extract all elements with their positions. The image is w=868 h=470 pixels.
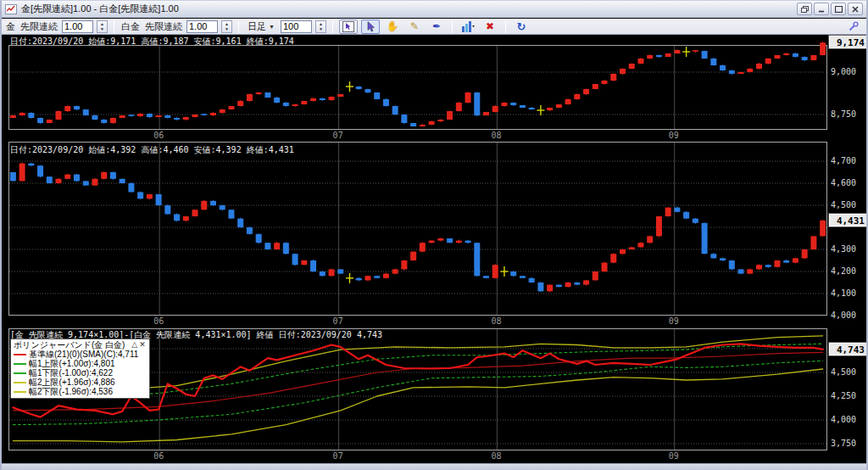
gold-ratio-input[interactable] — [62, 20, 93, 33]
legend-close-icon[interactable]: ✕ — [139, 340, 146, 350]
x-axis-month-label: 06 — [153, 131, 164, 140]
indicator-chart-button[interactable] — [459, 20, 477, 34]
y-axis-label: 8,750 — [831, 109, 856, 119]
x-axis-month-label: 08 — [491, 131, 501, 140]
period-label: 日足 — [248, 20, 266, 33]
x-axis-month-label: 09 — [669, 131, 679, 140]
legend-row-label: 幅2上限(+1.96σ):4,886 — [29, 378, 115, 387]
gold-x-axis: 06070809 — [3, 130, 827, 142]
bollinger-legend: ボリンジャーバンド(金 白金) △ ✕ 基準線(21)(0)(SMA)(C):4… — [10, 339, 150, 399]
legend-row: 幅1下限(-1.00σ):4,622 — [14, 368, 146, 378]
legend-collapse-icon[interactable]: △ — [131, 340, 137, 350]
legend-row-label: 幅1下限(-1.00σ):4,622 — [29, 368, 113, 378]
app-icon — [5, 4, 17, 14]
legend-row-label: 幅2下限(-1.96σ):4,536 — [29, 387, 113, 396]
x-axis-month-label: 06 — [153, 451, 164, 461]
legend-line-swatch — [14, 354, 26, 355]
spread-x-axis: 06070809 — [3, 450, 827, 462]
y-axis-label: 4,250 — [831, 391, 856, 400]
legend-line-swatch — [14, 372, 26, 374]
x-axis-month-label: 08 — [491, 451, 501, 461]
hand-tool-button[interactable]: ✋ — [383, 20, 402, 34]
cursor-tool-button[interactable] — [361, 20, 380, 34]
gold-series-label: 先限連続 — [19, 20, 58, 33]
close-button[interactable] — [848, 3, 863, 15]
platinum-candle-chart[interactable] — [3, 142, 868, 316]
pencil-tool-button[interactable]: ✎ — [405, 20, 424, 34]
settings-wrench-icon[interactable] — [844, 20, 863, 34]
period-dropdown[interactable]: 日足 ▼ — [245, 20, 277, 33]
legend-row: 幅2上限(+1.96σ):4,886 — [14, 378, 146, 387]
y-axis-label: 4,000 — [831, 311, 856, 320]
pen-tool-button[interactable]: ✒ — [427, 20, 446, 34]
gold-candle-chart[interactable] — [3, 35, 868, 130]
legend-title: ボリンジャーバンド(金 白金) — [14, 340, 125, 350]
x-axis-month-label: 07 — [333, 316, 343, 326]
crosshair-tool-button[interactable] — [339, 20, 358, 34]
toolbar-separator — [505, 20, 506, 33]
y-axis-label: 4,000 — [831, 415, 856, 424]
y-axis-label: 4,300 — [831, 244, 856, 254]
y-axis-label: 9,000 — [831, 67, 856, 76]
candles — [10, 42, 826, 126]
float-window-button[interactable] — [797, 3, 812, 15]
toolbar: 金 先限連続 ▲▼ 白金 先限連続 ▲▼ 日足 ▼ ▲▼ ✋ ✎ ✒ ✖ ↻ — [2, 19, 866, 35]
gold-ratio-spinner[interactable]: ▲▼ — [97, 20, 108, 33]
toolbar-separator — [452, 20, 453, 33]
plat-ratio-input[interactable] — [186, 20, 218, 33]
legend-row-label: 幅1上限(+1.00σ):4,801 — [29, 359, 115, 368]
gold-last-price-badge: 9,174 — [829, 36, 868, 48]
toolbar-separator — [114, 20, 114, 33]
legend-row-label: 基準線(21)(0)(SMA)(C):4,711 — [29, 350, 138, 359]
legend-row: 幅1上限(+1.00σ):4,801 — [14, 359, 146, 368]
refresh-button[interactable]: ↻ — [512, 20, 531, 34]
chart-window: 金[先限連続]1.00 - 白金[先限連続]1.00 金 先限連続 ▲▼ 白金 … — [0, 0, 868, 470]
legend-row: 基準線(21)(0)(SMA)(C):4,711 — [14, 350, 146, 359]
plat-ratio-spinner[interactable]: ▲▼ — [221, 20, 232, 33]
gold-symbol-label: 金 — [5, 20, 16, 33]
x-axis-month-label: 07 — [333, 131, 343, 140]
chevron-down-icon: ▼ — [269, 24, 275, 30]
legend-row: 幅2下限(-1.96σ):4,536 — [14, 387, 146, 396]
minimize-button[interactable] — [814, 3, 829, 15]
x-axis-month-label: 09 — [669, 451, 679, 461]
legend-line-swatch — [14, 391, 26, 393]
y-axis-label: 4,200 — [831, 266, 856, 276]
gold-info-line: 日付:2023/09/20 始値:9,171 高値:9,187 安値:9,161… — [10, 36, 294, 48]
platinum-x-axis: 06070809 — [3, 316, 827, 327]
x-axis-month-label: 06 — [153, 316, 164, 326]
candles — [10, 163, 826, 293]
plat-last-price-badge: 4,431 — [829, 214, 868, 227]
delete-indicator-button[interactable]: ✖ — [481, 20, 499, 34]
x-axis-month-label: 08 — [491, 316, 501, 326]
platinum-info-line: 日付:2023/09/20 始値:4,392 高値:4,460 安値:4,392… — [10, 144, 294, 156]
y-axis-label: 4,700 — [831, 156, 856, 165]
legend-line-swatch — [14, 363, 26, 365]
title-bar[interactable]: 金[先限連続]1.00 - 白金[先限連続]1.00 — [2, 1, 866, 18]
window-bottom-border — [2, 463, 866, 470]
y-axis-label: 4,500 — [831, 200, 856, 210]
price-axis-column: 9,0008,7509,1744,7004,6004,5004,3004,200… — [829, 35, 868, 464]
legend-line-swatch — [14, 382, 26, 383]
bar-count-input[interactable] — [281, 20, 312, 33]
plat-series-label: 先限連続 — [144, 20, 183, 33]
toolbar-separator — [238, 20, 239, 33]
chart-region: 日付:2023/09/20 始値:9,171 高値:9,187 安値:9,161… — [3, 35, 868, 464]
y-axis-label: 3,750 — [831, 439, 856, 448]
x-axis-month-label: 09 — [669, 316, 679, 326]
window-title: 金[先限連続]1.00 - 白金[先限連続]1.00 — [21, 3, 793, 15]
x-axis-month-label: 07 — [333, 451, 343, 461]
plat-symbol-label: 白金 — [120, 20, 141, 33]
y-axis-label: 4,600 — [831, 178, 856, 187]
y-axis-label: 4,500 — [831, 367, 856, 377]
y-axis-label: 4,100 — [831, 288, 856, 298]
bar-count-spinner[interactable]: ▲▼ — [315, 20, 326, 33]
maximize-button[interactable] — [831, 3, 846, 15]
spread-last-price-badge: 4,743 — [829, 343, 868, 355]
toolbar-separator — [332, 20, 333, 33]
